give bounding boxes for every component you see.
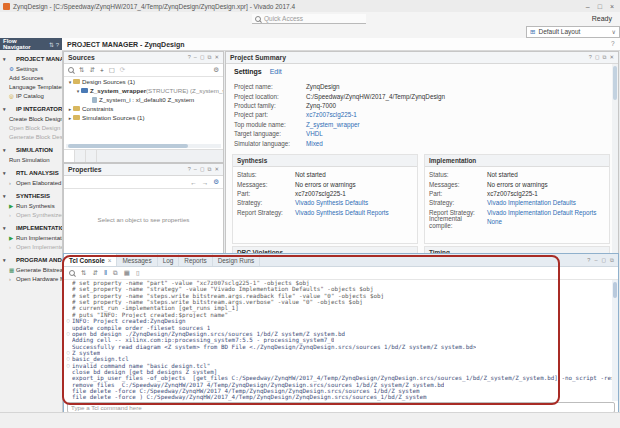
tree-node[interactable]: ▾ Z_system_wrapper (STRUCTURE) (Z_system… [64,86,223,95]
file-icon[interactable]: ▢ [109,66,115,74]
flow-navigator-row[interactable]: ⚙ Settings [0,64,62,73]
flow-navigator-row[interactable]: ▶ Run Synthesis [0,201,62,210]
window-close-button[interactable]: × [610,3,614,10]
tree-node[interactable]: ▸ Constraints [64,104,223,113]
flow-navigator-row[interactable]: Add Sources [0,73,62,82]
maximize-icon[interactable]: ⧉ [207,54,211,61]
flow-navigator-row[interactable]: ◎ IP Catalog [0,91,62,100]
console-tab[interactable]: Reports [179,254,212,266]
window-minimize-button[interactable]: – [586,3,590,10]
forward-arrow-icon[interactable]: → [202,179,209,186]
settings-gear-icon[interactable]: ⚙ [213,66,219,74]
flow-navigator-row[interactable]: Generate Block Design [0,132,62,141]
minimize-icon[interactable]: – [194,166,197,173]
sources-tab[interactable] [86,150,97,162]
vertical-scrollbar[interactable] [612,64,618,253]
float-icon[interactable]: ◻ [200,54,205,61]
console-tab[interactable]: Tcl Console × [64,254,117,266]
minimize-icon[interactable]: – [594,257,597,264]
layout-selector-value: Default Layout [538,28,580,35]
field-value: Vivado Synthesis Defaults [295,199,368,206]
add-sources-icon[interactable]: + [100,67,104,74]
console-line-expander[interactable] [64,394,72,400]
back-arrow-icon[interactable]: ← [190,179,197,186]
help-icon[interactable]: ? [589,54,592,61]
scrollbar-thumb[interactable] [68,144,188,148]
implementation-field-row: Status: Not started [429,170,605,179]
copy-icon[interactable]: ⧉ [113,269,118,277]
flow-navigator-row[interactable]: ▾ IMPLEMENTATION [0,222,62,233]
sources-tab[interactable] [64,150,75,162]
flow-navigator-row[interactable]: Create Block Design [0,114,62,123]
console-tab-label: Log [163,257,174,264]
search-icon[interactable] [69,270,75,276]
console-tab[interactable]: Messages [117,254,157,266]
flow-navigator-row[interactable]: ▾ PROGRAM AND DEBUG [0,254,62,265]
collapse-all-icon[interactable]: ⇅ [81,269,86,277]
expand-all-icon[interactable]: ⇵ [92,269,97,277]
help-icon[interactable]: ? [56,42,59,48]
layout-selector-dropdown[interactable]: ⊞ Default Layout ∨ [526,26,620,38]
refresh-icon[interactable]: ⟳ [120,66,125,74]
flow-navigator-row[interactable]: › Open Implemented Design [0,242,62,251]
project-manager-header: PROJECT MANAGER - ZynqDesign ? ✕ [62,38,620,51]
tree-node-label: Design Sources (1) [82,78,135,85]
sources-toolbar: ⇅ ⇵ + ▢ ⟳ ⚙ [64,64,223,77]
close-icon[interactable]: ✕ [609,54,614,61]
help-icon[interactable]: ? [188,54,191,61]
flow-item-label: IP INTEGRATOR [16,106,62,112]
flow-navigator-row[interactable]: ▦ Generate Bitstream [0,265,62,274]
page-icon[interactable]: ▦ [124,269,130,277]
console-tab[interactable]: Log [158,254,180,266]
float-icon[interactable]: ◻ [595,54,600,61]
pause-output-icon[interactable]: Ⅱ [104,269,107,277]
flow-navigator-row[interactable]: ▾ SYNTHESIS [0,190,62,201]
flow-navigator-row[interactable]: Run Simulation [0,155,62,164]
close-icon[interactable]: ✕ [214,54,219,61]
vertical-scrollbar[interactable] [612,280,618,401]
clear-trash-icon[interactable]: ▯ [136,269,140,277]
console-tab-label: Tcl Console [69,257,105,264]
horizontal-scrollbar[interactable] [66,144,221,148]
settings-gear-icon[interactable]: ⚙ [213,178,219,186]
flow-navigator-row[interactable]: ▾ RTL ANALYSIS [0,167,62,178]
flow-navigator-row[interactable]: ▶ Run Implementation [0,233,62,242]
help-icon[interactable]: ? [188,166,191,173]
minimize-icon[interactable]: – [194,54,197,61]
flow-navigator-row[interactable]: ▾ IP INTEGRATOR [0,103,62,114]
console-tab[interactable]: Design Runs [213,254,261,266]
flow-navigator-row[interactable]: ▾ PROJECT MANAGER [0,53,62,64]
search-icon[interactable] [68,67,74,73]
maximize-icon[interactable]: ⧉ [207,166,211,173]
scrollbar-thumb[interactable] [613,66,617,100]
edit-settings-link[interactable]: Edit [270,68,282,75]
tree-node[interactable]: ▸ Simulation Sources (1) [64,113,223,122]
maximize-icon[interactable]: ⧉ [610,257,614,264]
help-icon[interactable]: ? [587,257,590,264]
maximize-icon[interactable]: ⧉ [602,54,606,61]
flow-navigator-row[interactable]: Language Templates [0,82,62,91]
flow-navigator-row[interactable]: ▾ SIMULATION [0,144,62,155]
drc-violations-card: DRC Violations [232,246,418,253]
tab-close-icon[interactable]: × [108,257,112,264]
window-maximize-button[interactable]: □ [598,3,602,10]
flow-navigator-row[interactable]: Open Block Design [0,123,62,132]
quick-access-search[interactable]: Quick Access [252,14,366,24]
collapse-all-icon[interactable]: ⇅ [49,42,54,48]
field-value: Vivado Synthesis Default Reports [295,209,389,216]
float-icon[interactable]: ◻ [601,257,606,264]
help-icon[interactable]: ? [611,40,615,48]
expand-all-icon[interactable]: ⇵ [89,66,94,74]
flow-navigator-row[interactable]: › Open Hardware Manager [0,274,62,283]
flow-navigator-row[interactable]: › Open Elaborated Design [0,178,62,187]
tree-node[interactable]: ▾ Design Sources (1) [64,77,223,86]
sources-tab[interactable] [75,150,86,162]
tree-node[interactable]: Z_system_i : xl_default0 Z_system [64,95,223,104]
flow-navigator-row[interactable]: › Open Synthesized Design [0,210,62,219]
scrollbar-thumb[interactable] [613,282,617,298]
close-icon[interactable]: ✕ [214,166,219,173]
collapse-all-icon[interactable]: ⇅ [79,66,84,74]
field-value: Z_system_wrapper [306,121,360,128]
float-icon[interactable]: ◻ [200,166,205,173]
project-manager-title: PROJECT MANAGER - ZynqDesign [67,41,184,48]
